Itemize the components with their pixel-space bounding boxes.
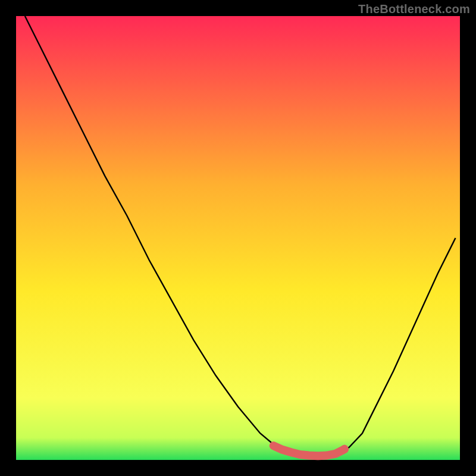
plot-area xyxy=(16,16,460,460)
watermark-text: TheBottleneck.com xyxy=(358,2,470,16)
bottleneck-chart xyxy=(0,0,476,476)
chart-container: TheBottleneck.com xyxy=(0,0,476,476)
optimal-end-dot xyxy=(341,445,348,452)
